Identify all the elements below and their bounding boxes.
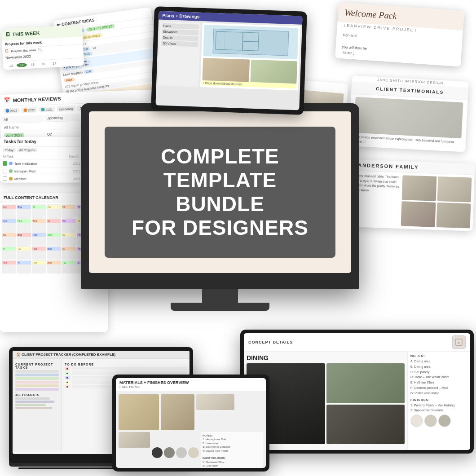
task-item: Meditate 22/11 — [0, 175, 83, 183]
floorplan-svg — [213, 29, 289, 55]
svg-rect-0 — [216, 31, 243, 50]
tasks-title: Tasks for today — [0, 137, 83, 147]
anderson-photo-3 — [401, 201, 436, 227]
monitor-text-box: COMPLETE TEMPLATE BUNDLE FOR DESIGNERS — [105, 127, 335, 258]
anderson-family-card: ANDERSON FAMILY Move that end table. The… — [351, 159, 475, 231]
anderson-photo-1 — [402, 175, 436, 201]
task-item: Instagram Post 22/11 — [0, 167, 83, 175]
swatch-3 — [438, 414, 451, 427]
svg-rect-2 — [242, 41, 259, 51]
welcome-pack-card: Welcome Pack LEANVIEW DRIVE PROJECT sign… — [335, 2, 464, 66]
monitor-headline: COMPLETE TEMPLATE BUNDLE FOR DESIGNERS — [127, 145, 313, 240]
monitor-neck — [202, 289, 238, 303]
this-week-card: THIS WEEK Projects for this week 📋 Proje… — [1, 25, 84, 70]
color-swatches — [152, 432, 199, 468]
anderson-photo-4 — [436, 203, 471, 229]
tablet-top: Plans + Drawings Plans Elevations Detail… — [151, 6, 307, 115]
swatch-2 — [424, 414, 437, 427]
swatch-1 — [410, 414, 423, 427]
testimonials-card: JANE SMITH INTERIOR DESIGN CLIENT TESTIM… — [348, 75, 469, 152]
concept-swatches — [410, 414, 467, 427]
swatch-cream — [188, 447, 199, 458]
concept-logo: ID — [452, 335, 466, 349]
swatch-mid — [164, 447, 175, 458]
tablet-concept: CONCEPT DETAILS ID DINING — [240, 330, 474, 454]
swatch-dark — [152, 447, 163, 458]
tablet-materials: MATERIALS + FINISHES OVERVIEW FULL HOME — [112, 375, 269, 472]
svg-text:ID: ID — [458, 342, 461, 344]
main-scene: CONTENT IDEAS Content Pipeline CLR - IG … — [0, 0, 476, 476]
swatch-light — [176, 447, 187, 458]
tasks-card: Tasks for today Today All Projects All T… — [0, 137, 83, 183]
monitor-base — [171, 303, 269, 311]
task-item: Take medication 22/11 — [0, 160, 83, 167]
testimonials-photo — [354, 97, 463, 138]
materials-photo-4 — [119, 432, 150, 448]
concept-photo-2 — [326, 363, 405, 403]
materials-photo-3 — [196, 394, 234, 410]
concept-photo-3 — [326, 405, 405, 445]
monitor: COMPLETE TEMPLATE BUNDLE FOR DESIGNERS — [81, 103, 359, 311]
materials-photo-2 — [161, 394, 194, 430]
svg-rect-1 — [243, 32, 259, 42]
svg-line-3 — [225, 31, 225, 49]
materials-photo-1 — [119, 394, 159, 430]
anderson-photo-2 — [437, 176, 472, 203]
